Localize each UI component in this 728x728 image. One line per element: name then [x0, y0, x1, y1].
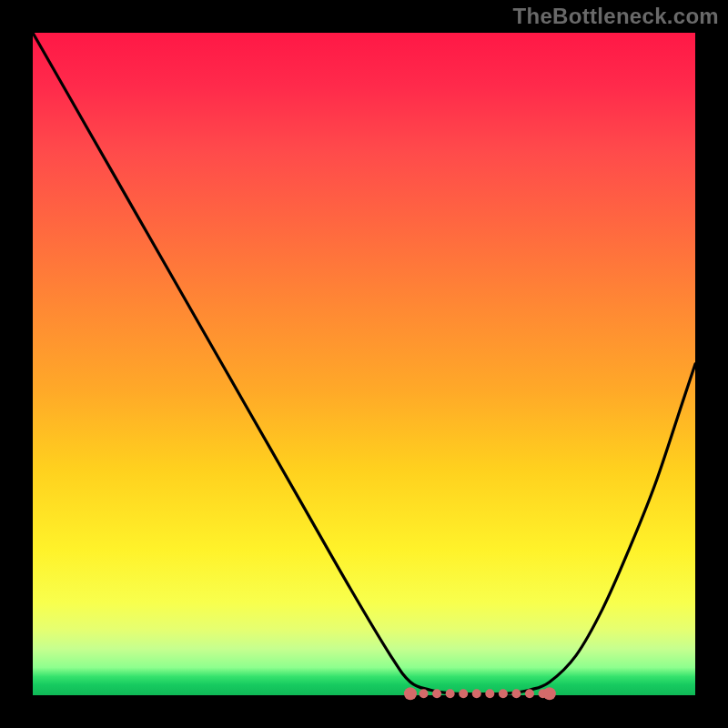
flat-region-dot [525, 689, 534, 698]
chart-frame: TheBottleneck.com [0, 0, 728, 728]
flat-region-dot [543, 687, 556, 700]
flat-region-dot [459, 689, 468, 698]
flat-region-dot [485, 689, 494, 698]
bottleneck-curve-svg [33, 33, 695, 695]
flat-region-dot [511, 689, 521, 698]
flat-region-dot [499, 689, 508, 698]
flat-region-dot [432, 689, 441, 698]
flat-region-dot [404, 687, 417, 700]
flat-region-dot [446, 689, 455, 698]
watermark-text: TheBottleneck.com [513, 4, 719, 29]
bottleneck-curve-path [33, 33, 695, 694]
flat-region-dot [420, 689, 429, 698]
flat-region-dot [472, 689, 481, 698]
